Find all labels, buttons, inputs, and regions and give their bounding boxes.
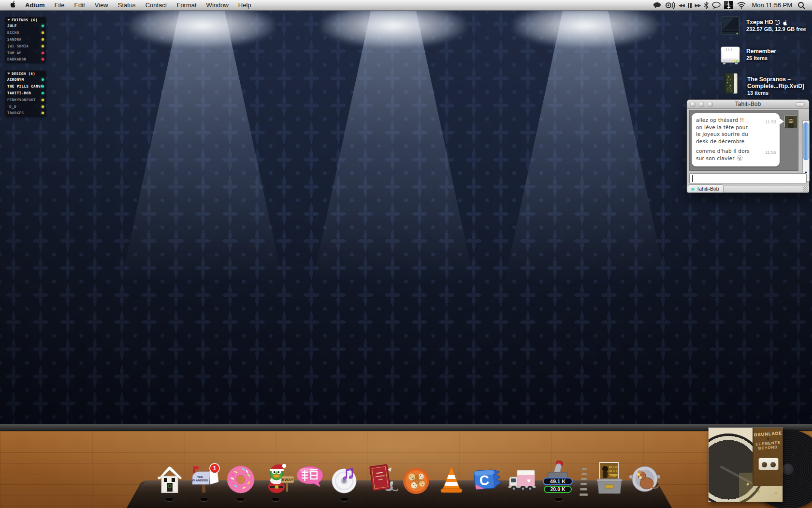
desktop-icon-remember[interactable]: Remember 25 items — [719, 44, 776, 66]
wifi-icon[interactable] — [737, 0, 746, 11]
group-header-friends[interactable]: FRIENDS (6) — [5, 17, 46, 23]
menu-item-window[interactable]: Window — [202, 0, 233, 11]
chat-window-title: Tahiti-Bob — [687, 101, 809, 107]
dock-icon-itunes-cd[interactable]: ♫ — [330, 463, 361, 494]
tab-label: Tahiti-Bob — [696, 186, 719, 192]
buddy-sandra[interactable]: SANDRA — [5, 36, 46, 43]
collapse-pill-button[interactable] — [796, 102, 805, 106]
rewind-icon[interactable]: ◀◀ — [679, 0, 684, 11]
svg-text:♥: ♥ — [527, 477, 531, 484]
adium-status-bubble-icon[interactable] — [653, 0, 661, 11]
file-name-line1: The Sopranos – — [747, 76, 804, 83]
svg-text:NOTE: NOTE — [609, 469, 618, 473]
dock-icon-candybar[interactable]: C — [472, 464, 503, 494]
file-details: 13 items — [747, 90, 804, 96]
folder-details: 25 items — [746, 55, 776, 61]
file-name-line2: Complete...Rip.XviD] — [747, 83, 804, 90]
buddy-avatar[interactable] — [784, 116, 797, 127]
dock-icon-rat-pot-trash[interactable] — [628, 463, 661, 494]
status-dot — [42, 92, 44, 94]
baseboard — [0, 424, 812, 431]
menu-item-contact[interactable]: Contact — [141, 0, 172, 11]
spaces-indicator-icon[interactable]: 1 — [724, 0, 733, 11]
buddy-darkador[interactable]: DARKADOR — [5, 56, 46, 63]
bluetooth-icon[interactable] — [704, 0, 709, 11]
volume-pulse-icon[interactable] — [665, 0, 675, 11]
pause-icon[interactable] — [688, 0, 692, 11]
disclosure-triangle-icon — [7, 73, 10, 75]
dock-icon-network-meter[interactable]: 49.1 K 20.0 K — [542, 460, 573, 494]
status-dot — [42, 31, 44, 34]
buddy-the-pills-canvas[interactable]: THE PILLS CANVAS — [5, 83, 46, 90]
group-header-design[interactable]: DESIGN (6) — [5, 71, 46, 76]
tab-status-dot — [691, 187, 695, 191]
dock-icon-flanders-mailbox[interactable]: THE FLANDERS 1 — [189, 463, 220, 494]
status-dot — [42, 112, 44, 114]
apple-logo-glyph — [783, 19, 788, 26]
chat-titlebar[interactable]: Tahiti-Bob — [687, 100, 809, 109]
message-1: allez op thésard !! on lève la tête pour… — [696, 117, 748, 145]
menu-item-view[interactable]: View — [90, 0, 113, 11]
buddy-bicho[interactable]: BICHO — [5, 30, 46, 36]
dock-icon-donut[interactable] — [225, 463, 256, 494]
dock-icon-menu-book-rat[interactable] — [366, 463, 398, 494]
timestamp-2: 11:56 — [765, 149, 776, 155]
menu-item-adium[interactable]: Adium — [20, 0, 49, 11]
dock-icon-vlc-cone[interactable] — [437, 463, 466, 494]
buddy-o-o[interactable]: O_O — [5, 103, 46, 110]
svg-text:FLANDERS: FLANDERS — [192, 479, 208, 482]
tab-tahiti-bob[interactable]: Tahiti-Bob — [688, 184, 724, 193]
menu-item-help[interactable]: Help — [233, 0, 256, 11]
buddy-acronym[interactable]: ACRONYM — [5, 76, 46, 83]
dock-icon-delivery-truck[interactable]: ♥ — [507, 464, 537, 494]
buddy-jule[interactable]: JULE — [5, 23, 46, 30]
menu-item-edit[interactable]: Edit — [69, 0, 89, 11]
resize-grip[interactable] — [803, 186, 808, 192]
buddy-tom-ap[interactable]: TOM AP — [5, 49, 46, 56]
dock-icon-pink-chat-bubble[interactable] — [295, 464, 325, 494]
buddy-sonia[interactable]: (W) SONIA — [5, 43, 46, 49]
desktop-icon-txepa-hd[interactable]: Txepa HD 232.57 GB, 12.9 GB free — [719, 15, 806, 37]
running-indicator — [200, 498, 208, 501]
album-title-panel: OSUNLADE ♥ ELEMENTS BEYOND — [753, 428, 783, 486]
now-playing-album-art[interactable]: OSUNLADE ♥ ELEMENTS BEYOND — [706, 426, 812, 508]
buddy-group-friends: FRIENDS (6) JULE BICHO SANDRA (W) SONIA … — [5, 17, 46, 63]
volume-details: 232.57 GB, 12.9 GB free — [746, 26, 806, 32]
fast-forward-icon[interactable]: ▶▶ — [695, 0, 701, 11]
desktop-icon-sopranos[interactable]: The Sopranos – Complete...Rip.XviD] 13 i… — [720, 72, 804, 96]
message-input[interactable] — [689, 173, 807, 183]
ichat-bubble-icon[interactable] — [712, 0, 721, 11]
disclosure-triangle-icon — [7, 19, 10, 21]
status-dot — [42, 85, 44, 88]
status-dot — [42, 25, 44, 27]
spotlight-search-icon[interactable] — [798, 0, 805, 11]
dock-icon-bluenote-stack[interactable]: BLUE NOTE TRIP — [594, 462, 625, 494]
running-indicator — [272, 498, 280, 501]
album-cover: OSUNLADE ♥ ELEMENTS BEYOND — [709, 428, 783, 502]
menu-item-status[interactable]: Status — [113, 0, 141, 11]
dock-icon-snow-house[interactable] — [156, 463, 184, 494]
svg-text:1: 1 — [727, 2, 730, 9]
group-name: DESIGN (6) — [12, 72, 35, 76]
text-caret — [692, 175, 693, 182]
svg-text:THE: THE — [197, 476, 203, 478]
menu-clock[interactable]: Mon 11:56 PM — [750, 1, 794, 9]
svg-text:AWAY: AWAY — [282, 478, 294, 482]
svg-text:49.1 K: 49.1 K — [550, 478, 566, 484]
buddy-pinkyvonpout[interactable]: PINKYVONPOUT — [5, 96, 46, 103]
menu-bar: Adium File Edit View Status Contact Form… — [0, 0, 812, 11]
buddy-tahiti-bob[interactable]: TAHITI-BOB — [5, 90, 46, 97]
radio-knob — [770, 462, 776, 467]
menu-item-format[interactable]: Format — [172, 0, 201, 11]
apple-menu[interactable] — [6, 0, 20, 11]
buddy-tborges[interactable]: TBORGES — [5, 110, 46, 117]
scrollbar[interactable]: ▲ ▼ — [802, 120, 810, 181]
status-dot — [42, 78, 44, 81]
group-name: FRIENDS (6) — [12, 18, 38, 22]
menu-item-file[interactable]: File — [49, 0, 69, 11]
running-indicator — [554, 498, 563, 501]
scrollbar-thumb[interactable] — [803, 122, 809, 160]
svg-text:TRIP: TRIP — [609, 473, 618, 478]
dock-icon-adium-santa-duck[interactable]: AWAY — [263, 461, 295, 494]
dock-icon-cookie-plate[interactable] — [401, 463, 431, 494]
